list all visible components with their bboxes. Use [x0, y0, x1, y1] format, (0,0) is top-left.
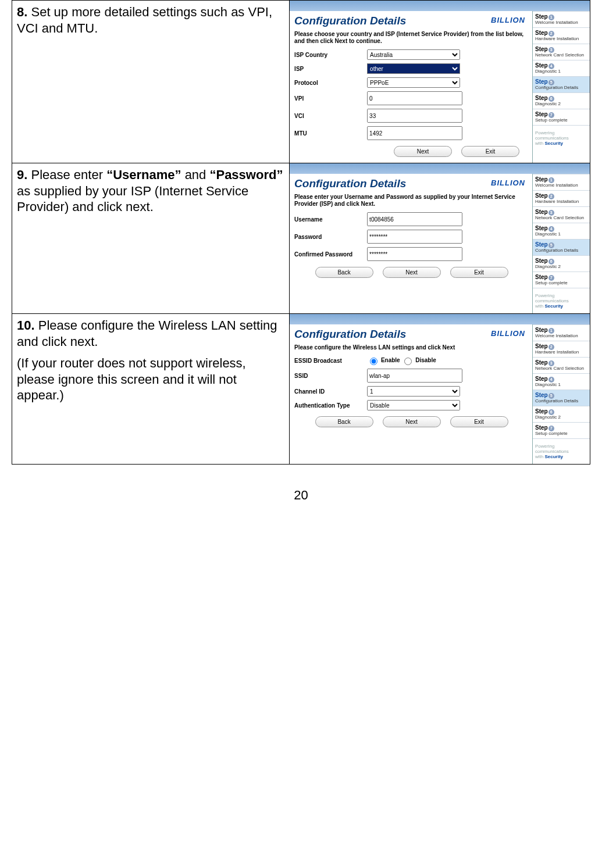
instruction-cell: 8. Set up more detailed settings such as… [12, 1, 290, 163]
brand-tagline: Powering communicationswith Security [533, 288, 590, 313]
wizard-step[interactable]: Step6 Diagnostic 2 [533, 406, 590, 422]
screenshot-panel: BILLION Configuration Details Please cho… [290, 1, 590, 163]
form-row: Authentication Type Disable [294, 400, 529, 410]
wizard-step[interactable]: Step4 Diagnostic 1 [533, 60, 590, 76]
field-label: SSID [294, 373, 367, 379]
exit-button[interactable]: Exit [461, 146, 519, 157]
instruction-cell: 9. Please enter “Username” and “Password… [12, 163, 290, 314]
field-select[interactable]: Australia [367, 49, 460, 60]
form-row: ESSID Broadcast Enable Disable [294, 356, 529, 365]
form-row: VCI [294, 109, 529, 123]
field-label: Authentication Type [294, 402, 367, 409]
window-titlebar [290, 163, 590, 174]
field-label: VPI [294, 95, 367, 102]
field-input[interactable] [367, 247, 462, 261]
wizard-step[interactable]: Step7 Setup complete [533, 109, 590, 125]
wizard-step[interactable]: Step3 Network Card Selection [533, 357, 590, 373]
field-input[interactable] [367, 230, 462, 244]
exit-button[interactable]: Exit [450, 416, 508, 427]
brand-tagline: Powering communicationswith Security [533, 438, 590, 464]
panel-blurb: Please enter your Username and Password … [294, 194, 529, 208]
field-label: MTU [294, 130, 367, 137]
wizard-step[interactable]: Step1 Welcome Installation [533, 324, 590, 341]
form-row: ISP other [294, 63, 529, 74]
panel-blurb: Please choose your country and ISP (Inte… [294, 31, 529, 45]
next-button[interactable]: Next [383, 416, 441, 427]
brand-tagline: Powering communicationswith Security [533, 125, 590, 151]
field-label: Confirmed Password [294, 251, 367, 258]
wizard-step[interactable]: Step5 Configuration Details [533, 76, 590, 92]
field-input[interactable] [367, 126, 462, 140]
instruction-cell: 10. Please configure the Wireless LAN se… [12, 314, 290, 465]
wizard-step[interactable]: Step1 Welcome Installation [533, 11, 590, 27]
screenshot-panel: BILLION Configuration Details Please con… [290, 314, 590, 464]
field-select[interactable]: Disable [367, 400, 460, 410]
wizard-step[interactable]: Step2 Hardware Installation [533, 341, 590, 357]
back-button[interactable]: Back [315, 267, 373, 278]
field-input[interactable] [367, 369, 462, 383]
screenshot-cell: BILLION Configuration Details Please con… [290, 314, 590, 465]
button-row: NextExit [294, 146, 529, 157]
instruction-text: Set up more detailed settings such as VP… [17, 5, 272, 35]
page-number: 20 [12, 488, 590, 503]
screenshot-panel: BILLION Configuration Details Please ent… [290, 163, 590, 313]
field-select[interactable]: PPPoE [367, 77, 460, 88]
wizard-step[interactable]: Step7 Setup complete [533, 422, 590, 438]
wizard-step[interactable]: Step3 Network Card Selection [533, 44, 590, 60]
wizard-steps-sidebar: Step1 Welcome Installation Step2 Hardwar… [532, 11, 590, 163]
field-label: Username [294, 216, 367, 223]
wizard-step[interactable]: Step6 Diagnostic 2 [533, 92, 590, 109]
radio-option[interactable]: Enable [367, 357, 400, 363]
form-row: Confirmed Password [294, 247, 529, 261]
wizard-step[interactable]: Step1 Welcome Installation [533, 174, 590, 190]
field-label: VCI [294, 113, 367, 119]
instruction-text: Please enter “Username” and “Password” a… [17, 167, 283, 214]
wizard-step[interactable]: Step2 Hardware Installation [533, 190, 590, 206]
wizard-steps-sidebar: Step1 Welcome Installation Step2 Hardwar… [532, 174, 590, 313]
wizard-step[interactable]: Step7 Setup complete [533, 272, 590, 288]
step-number: 8. [17, 5, 27, 19]
step-number: 9. [17, 167, 27, 182]
form-row: Username [294, 212, 529, 226]
exit-button[interactable]: Exit [450, 267, 508, 278]
wizard-steps-sidebar: Step1 Welcome Installation Step2 Hardwar… [532, 324, 590, 464]
panel-blurb: Please configure the Wireless LAN settin… [294, 344, 529, 351]
field-input[interactable] [367, 109, 462, 123]
wizard-step[interactable]: Step3 Network Card Selection [533, 206, 590, 223]
field-input[interactable] [367, 212, 462, 226]
form-row: Password [294, 230, 529, 244]
next-button[interactable]: Next [383, 267, 441, 278]
radio-option[interactable]: Disable [401, 357, 436, 363]
form-row: VPI [294, 91, 529, 105]
instruction-text: Please configure the Wireless LAN settin… [17, 318, 277, 349]
field-label: Password [294, 234, 367, 240]
form-row: ISP Country Australia [294, 49, 529, 60]
next-button[interactable]: Next [394, 146, 452, 157]
field-select[interactable]: 1 [367, 386, 460, 397]
brand-logo: BILLION [468, 13, 529, 24]
button-row: BackNextExit [294, 267, 529, 278]
form-row: Channel ID 1 [294, 386, 529, 397]
screenshot-cell: BILLION Configuration Details Please ent… [290, 163, 590, 314]
step-number: 10. [17, 318, 35, 333]
wizard-step[interactable]: Step4 Diagnostic 1 [533, 373, 590, 390]
wizard-step[interactable]: Step6 Diagnostic 2 [533, 255, 590, 272]
field-label: ISP [294, 66, 367, 72]
button-row: BackNextExit [294, 416, 529, 427]
wizard-step[interactable]: Step4 Diagnostic 1 [533, 223, 590, 239]
wizard-step[interactable]: Step5 Configuration Details [533, 390, 590, 406]
window-titlebar [290, 314, 590, 324]
wizard-step[interactable]: Step5 Configuration Details [533, 239, 590, 255]
back-button[interactable]: Back [315, 416, 373, 427]
form-row: MTU [294, 126, 529, 140]
window-titlebar [290, 1, 590, 11]
brand-logo: BILLION [468, 327, 529, 338]
field-input[interactable] [367, 91, 462, 105]
wizard-step[interactable]: Step2 Hardware Installation [533, 27, 590, 44]
field-label: Protocol [294, 80, 367, 86]
field-label: Channel ID [294, 388, 367, 395]
screenshot-cell: BILLION Configuration Details Please cho… [290, 1, 590, 163]
brand-logo: BILLION [468, 176, 529, 187]
field-label: ISP Country [294, 52, 367, 58]
field-select[interactable]: other [367, 63, 460, 74]
